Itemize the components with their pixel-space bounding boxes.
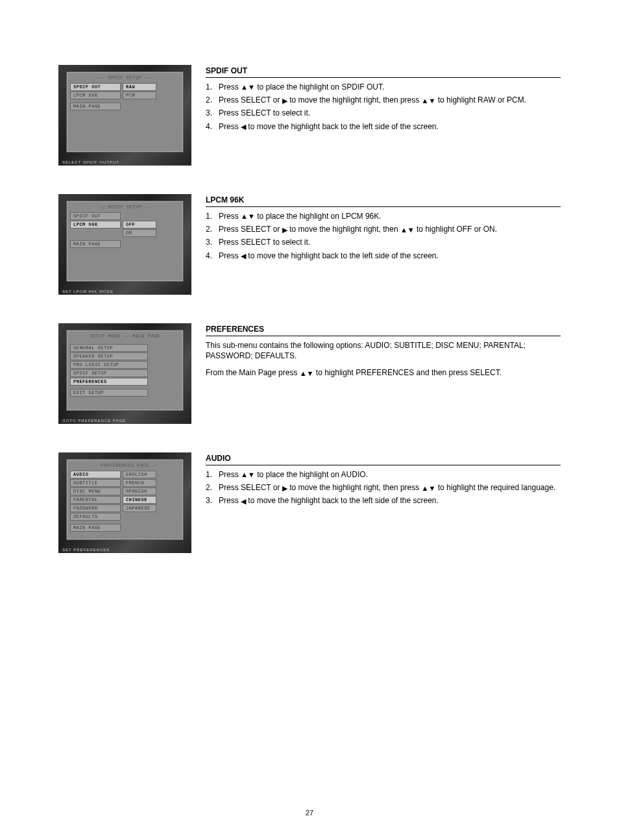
section-title-audio: AUDIO bbox=[206, 452, 561, 465]
up-down-icon: ▲▼ bbox=[400, 227, 415, 234]
osd-title: SETUP MENU -- MAIN PAGE bbox=[70, 334, 180, 339]
up-down-icon: ▲▼ bbox=[422, 485, 436, 492]
right-icon: ▶ bbox=[282, 227, 287, 234]
step: 4. Press ◀ to move the highlight back to… bbox=[206, 121, 561, 132]
up-down-icon: ▲▼ bbox=[422, 97, 436, 105]
step: 3. Press ◀ to move the highlight back to… bbox=[206, 495, 561, 506]
section-title-lpcm96k: LPCM 96K bbox=[206, 194, 561, 207]
left-icon: ◀ bbox=[241, 123, 246, 130]
step: 1. Press ▲▼ to place the highlight on SP… bbox=[206, 82, 561, 92]
preferences-nav-instruction: From the Main Page press ▲▼ to highlight… bbox=[206, 367, 561, 378]
section-title-preferences: PREFERENCES bbox=[206, 323, 561, 336]
step: 3. Press SELECT to select it. bbox=[206, 108, 561, 118]
up-down-icon: ▲▼ bbox=[241, 84, 255, 91]
screenshot-lpcm96k: -- SPDIF SETUP -- SPDIF OUT LPCM 96K OFF… bbox=[58, 194, 191, 295]
preferences-intro: This sub-menu contains the following opt… bbox=[206, 340, 561, 361]
step: 3. Press SELECT to select it. bbox=[206, 237, 561, 247]
step: 1. Press ▲▼ to place the highlight on LP… bbox=[206, 211, 561, 221]
step: 4. Press ◀ to move the highlight back to… bbox=[206, 251, 561, 261]
left-icon: ◀ bbox=[241, 253, 246, 260]
page-number: 27 bbox=[0, 809, 619, 817]
step: 2. Press SELECT or ▶ to move the highlig… bbox=[206, 95, 561, 105]
screenshot-pref-audio: -- PREFERENCES PAGE -- AUDIOENGLISH SUBT… bbox=[58, 452, 191, 553]
screenshot-preferences-main: SETUP MENU -- MAIN PAGE GENERAL SETUP SP… bbox=[58, 323, 191, 424]
section-title-spdif-out: SPDIF OUT bbox=[206, 65, 561, 78]
screenshot-spdif-out: -- SPDIF SETUP -- SPDIF OUT RAW LPCM 96K… bbox=[58, 65, 191, 166]
osd-title: -- SPDIF SETUP -- bbox=[70, 75, 180, 80]
up-down-icon: ▲▼ bbox=[241, 471, 255, 478]
step: 1. Press ▲▼ to place the highlight on AU… bbox=[206, 469, 561, 480]
left-icon: ◀ bbox=[241, 498, 246, 505]
up-down-icon: ▲▼ bbox=[241, 213, 255, 220]
up-down-icon: ▲▼ bbox=[300, 370, 314, 377]
step: 2. Press SELECT or ▶ to move the highlig… bbox=[206, 224, 561, 234]
osd-title: -- SPDIF SETUP -- bbox=[70, 204, 180, 210]
step: 2. Press SELECT or ▶ to move the highlig… bbox=[206, 482, 561, 493]
osd-title: -- PREFERENCES PAGE -- bbox=[70, 463, 180, 468]
right-icon: ▶ bbox=[282, 97, 287, 105]
right-icon: ▶ bbox=[282, 485, 287, 492]
